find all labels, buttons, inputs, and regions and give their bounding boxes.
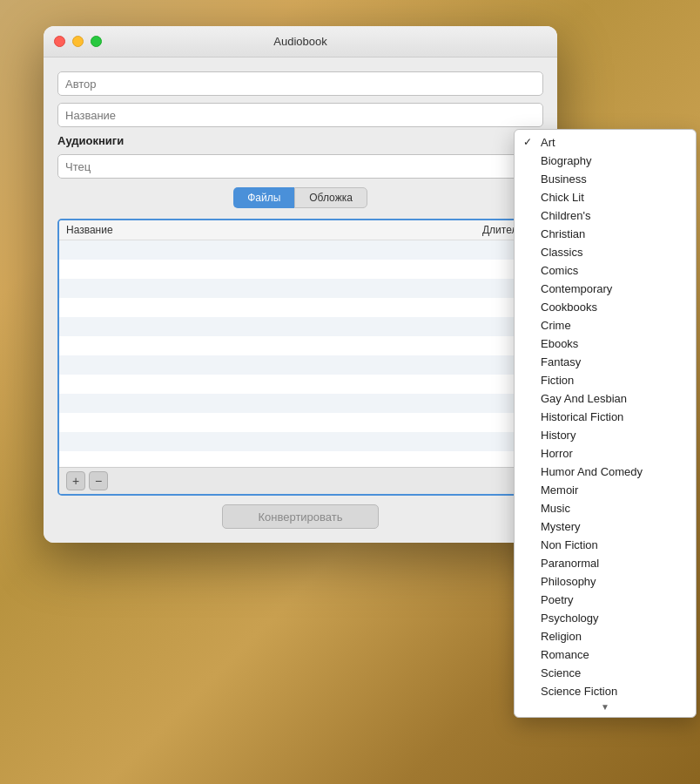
reader-row — [57, 154, 543, 179]
genre-dropdown: ArtBiographyBusinessChick LitChildren'sC… — [514, 129, 697, 718]
dropdown-item[interactable]: Business — [515, 170, 696, 188]
author-input[interactable] — [57, 71, 543, 96]
maximize-button[interactable] — [91, 36, 102, 47]
scroll-down-indicator: ▼ — [515, 700, 696, 713]
table-row[interactable] — [59, 394, 542, 413]
dropdown-item[interactable]: Romance — [515, 645, 696, 664]
dropdown-item[interactable]: Horror — [515, 444, 696, 463]
files-table: Название Длительно + − ▶ — [57, 219, 543, 496]
dropdown-item[interactable]: Paranormal — [515, 554, 696, 572]
table-row[interactable] — [59, 375, 542, 394]
dropdown-item[interactable]: Classics — [515, 243, 696, 261]
table-body — [59, 240, 542, 467]
dropdown-item[interactable]: Non Fiction — [515, 536, 696, 554]
dropdown-item[interactable]: Chick Lit — [515, 188, 696, 206]
window-content: Аудиокниги Файлы Обложка Название Длител… — [44, 57, 557, 543]
dropdown-item[interactable]: Ebooks — [515, 335, 696, 353]
dropdown-item[interactable]: Gay And Lesbian — [515, 389, 696, 408]
dropdown-item[interactable]: Science Fiction — [515, 682, 696, 700]
dropdown-item[interactable]: Music — [515, 499, 696, 517]
dropdown-item[interactable]: Historical Fiction — [515, 408, 696, 426]
title-input[interactable] — [57, 103, 543, 127]
dropdown-item[interactable]: Contemporary — [515, 280, 696, 298]
table-actions: + − ▶ — [59, 467, 542, 494]
table-row[interactable] — [59, 355, 542, 375]
table-row[interactable] — [59, 298, 542, 317]
table-header: Название Длительно — [59, 220, 542, 240]
table-row[interactable] — [59, 260, 542, 279]
main-window: Audiobook Аудиокниги Файлы Обложка Назва… — [44, 26, 557, 543]
dropdown-item[interactable]: History — [515, 426, 696, 444]
table-row[interactable] — [59, 413, 542, 432]
segment-buttons: Файлы Обложка — [57, 187, 543, 208]
dropdown-item[interactable]: Science — [515, 664, 696, 682]
add-file-button[interactable]: + — [66, 471, 85, 490]
dropdown-item[interactable]: Religion — [515, 627, 696, 645]
traffic-lights — [54, 36, 102, 47]
files-button[interactable]: Файлы — [233, 187, 294, 208]
dropdown-item[interactable]: Children's — [515, 206, 696, 225]
dropdown-item[interactable]: Crime — [515, 316, 696, 335]
convert-button[interactable]: Конвертировать — [222, 504, 379, 529]
dropdown-item[interactable]: Comics — [515, 261, 696, 280]
table-row[interactable] — [59, 279, 542, 298]
titlebar: Audiobook — [44, 26, 557, 57]
dropdown-item[interactable]: Humor And Comedy — [515, 463, 696, 481]
window-title: Audiobook — [273, 35, 326, 48]
dropdown-item[interactable]: Psychology — [515, 609, 696, 627]
dropdown-item[interactable]: Fantasy — [515, 353, 696, 371]
dropdown-item[interactable]: Memoir — [515, 481, 696, 499]
remove-file-button[interactable]: − — [89, 471, 108, 490]
close-button[interactable] — [54, 36, 65, 47]
dropdown-item[interactable]: Biography — [515, 152, 696, 170]
cover-button[interactable]: Обложка — [294, 187, 367, 208]
dropdown-item[interactable]: Mystery — [515, 517, 696, 536]
dropdown-item[interactable]: Philosophy — [515, 572, 696, 591]
dropdown-item[interactable]: Fiction — [515, 371, 696, 389]
dropdown-item[interactable]: Cookbooks — [515, 298, 696, 316]
col-name: Название — [66, 224, 465, 236]
table-row[interactable] — [59, 317, 542, 336]
dropdown-item[interactable]: Poetry — [515, 591, 696, 609]
table-row[interactable] — [59, 432, 542, 451]
dropdown-item[interactable]: Art — [515, 133, 696, 152]
reader-input[interactable] — [57, 154, 543, 179]
minimize-button[interactable] — [72, 36, 84, 47]
section-label: Аудиокниги — [57, 134, 543, 147]
table-row[interactable] — [59, 240, 542, 260]
dropdown-item[interactable]: Christian — [515, 225, 696, 243]
table-row[interactable] — [59, 336, 542, 355]
